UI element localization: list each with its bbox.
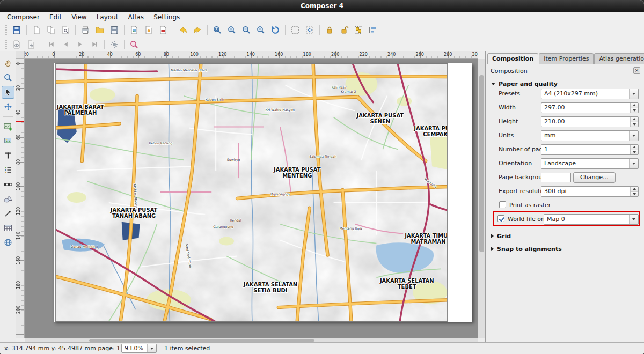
- menu-composer[interactable]: Composer: [2, 12, 45, 22]
- right-panel: Composition Item Properties Atlas genera…: [485, 51, 644, 342]
- add-label-button[interactable]: [2, 149, 14, 162]
- add-table-button[interactable]: [2, 222, 14, 234]
- chevron-down-icon[interactable]: [629, 89, 638, 99]
- spin-up-icon[interactable]: [631, 103, 638, 108]
- toolbar-grip[interactable]: [5, 25, 7, 35]
- spin-up-icon[interactable]: [631, 187, 638, 192]
- atlas-settings-button[interactable]: [108, 38, 121, 51]
- spin-down-icon[interactable]: [631, 192, 638, 197]
- height-input[interactable]: 210.00: [541, 116, 639, 127]
- paper-section-title: Paper and quality: [499, 80, 558, 87]
- vertical-scrollbar[interactable]: [478, 59, 485, 338]
- atlas-prev-button[interactable]: [59, 38, 72, 51]
- toolbar-grip[interactable]: [5, 40, 7, 49]
- scrollbar-thumb[interactable]: [479, 75, 484, 252]
- add-arrow-button[interactable]: [2, 207, 14, 220]
- menu-atlas[interactable]: Atlas: [123, 12, 149, 22]
- menu-layout[interactable]: Layout: [92, 12, 123, 22]
- atlas-last-button[interactable]: [88, 38, 101, 51]
- zoom-full-button[interactable]: [211, 24, 224, 36]
- v-ruler-number: 100: [16, 174, 25, 198]
- titlebar[interactable]: Composer 4: [0, 0, 644, 12]
- world-file-map-select[interactable]: Map 0: [544, 214, 639, 225]
- tab-item-properties[interactable]: Item Properties: [539, 53, 594, 64]
- map-item[interactable]: Medan Merdeka Utara Kebon Sirih KH Wahid…: [55, 63, 448, 322]
- presets-value: A4 (210x297 mm): [541, 89, 629, 99]
- duplicate-composition-button[interactable]: [45, 24, 57, 36]
- unlock-items-button[interactable]: [338, 24, 350, 36]
- zoom-in-button[interactable]: [225, 24, 238, 36]
- chevron-down-icon[interactable]: [629, 215, 638, 224]
- spin-down-icon[interactable]: [631, 108, 638, 113]
- orientation-select[interactable]: Landscape: [541, 158, 639, 169]
- horizontal-scrollbar[interactable]: [25, 338, 478, 342]
- export-image-button[interactable]: [128, 24, 141, 36]
- width-input[interactable]: 297.00: [541, 102, 639, 113]
- composition-canvas[interactable]: Medan Merdeka Utara Kebon Sirih KH Wahid…: [25, 59, 478, 338]
- units-select[interactable]: mm: [541, 130, 639, 141]
- zoom-out-icon: [241, 25, 251, 35]
- export-resolution-input[interactable]: 300 dpi: [541, 186, 639, 197]
- load-template-button[interactable]: [93, 24, 106, 36]
- num-pages-input[interactable]: 1: [541, 144, 639, 155]
- save-template-button[interactable]: [108, 24, 121, 36]
- atlas-next-button[interactable]: [74, 38, 86, 51]
- page-background-swatch[interactable]: [541, 173, 571, 182]
- spin-down-icon[interactable]: [631, 150, 638, 155]
- undo-button[interactable]: [177, 24, 189, 36]
- add-image-button[interactable]: [2, 135, 14, 148]
- group-items-button[interactable]: [352, 24, 365, 36]
- add-html-button[interactable]: [2, 236, 14, 249]
- toolbar-separator: [41, 40, 41, 49]
- zoom-level-select[interactable]: 93.0%: [121, 344, 157, 353]
- menu-edit[interactable]: Edit: [45, 12, 67, 22]
- close-icon[interactable]: ×: [633, 67, 640, 74]
- menu-view[interactable]: View: [67, 12, 91, 22]
- export-svg-button[interactable]: [142, 24, 155, 36]
- world-file-checkbox[interactable]: [497, 215, 504, 222]
- move-content-button[interactable]: [303, 24, 316, 36]
- redo-button[interactable]: [191, 24, 204, 36]
- save-project-button[interactable]: [10, 24, 23, 36]
- lock-items-button[interactable]: [323, 24, 336, 36]
- select-items-button[interactable]: [289, 24, 302, 36]
- page[interactable]: Medan Merdeka Utara Kebon Sirih KH Wahid…: [54, 63, 472, 322]
- print-button[interactable]: [79, 24, 92, 36]
- atlas-settings-icon: [109, 40, 119, 49]
- tab-atlas-generation[interactable]: Atlas generation: [594, 53, 644, 64]
- zoom-tool-button[interactable]: [2, 71, 14, 84]
- change-background-button[interactable]: Change...: [573, 172, 616, 183]
- add-legend-button[interactable]: [2, 164, 14, 176]
- presets-select[interactable]: A4 (210x297 mm): [541, 88, 639, 99]
- tab-composition[interactable]: Composition: [487, 53, 538, 64]
- move-item-content-button[interactable]: [2, 100, 14, 113]
- new-composition-button[interactable]: [30, 24, 43, 36]
- pan-tool-button[interactable]: [2, 57, 14, 70]
- atlas-export-button[interactable]: [25, 38, 38, 51]
- grid-section-header[interactable]: Grid: [491, 232, 511, 240]
- spin-up-icon[interactable]: [631, 117, 638, 122]
- spin-up-icon[interactable]: [631, 145, 638, 150]
- atlas-first-button[interactable]: [45, 38, 57, 51]
- atlas-preview-button[interactable]: [10, 38, 23, 51]
- print-as-raster-checkbox[interactable]: [499, 201, 506, 208]
- add-shape-button[interactable]: [2, 193, 14, 205]
- select-tool-button[interactable]: [2, 86, 14, 99]
- menu-settings[interactable]: Settings: [149, 12, 185, 22]
- scrollbar-thumb[interactable]: [89, 339, 314, 342]
- chevron-down-icon[interactable]: [629, 131, 638, 141]
- zoom-selection-button[interactable]: [128, 38, 141, 51]
- add-scalebar-button[interactable]: [2, 178, 14, 191]
- refresh-button[interactable]: [269, 24, 282, 36]
- snap-section-header[interactable]: Snap to alignments: [491, 245, 562, 253]
- composer-manager-button[interactable]: [59, 24, 72, 36]
- spin-down-icon[interactable]: [631, 122, 638, 127]
- zoom-actual-button[interactable]: [254, 24, 267, 36]
- chevron-down-icon[interactable]: [629, 159, 638, 168]
- chevron-down-icon[interactable]: [147, 344, 156, 352]
- add-map-button[interactable]: [2, 120, 14, 133]
- align-items-button[interactable]: [367, 24, 379, 36]
- export-pdf-button[interactable]: [157, 24, 170, 36]
- zoom-out-button[interactable]: [240, 24, 253, 36]
- street-label: KH Wahid Hasyim: [266, 108, 295, 112]
